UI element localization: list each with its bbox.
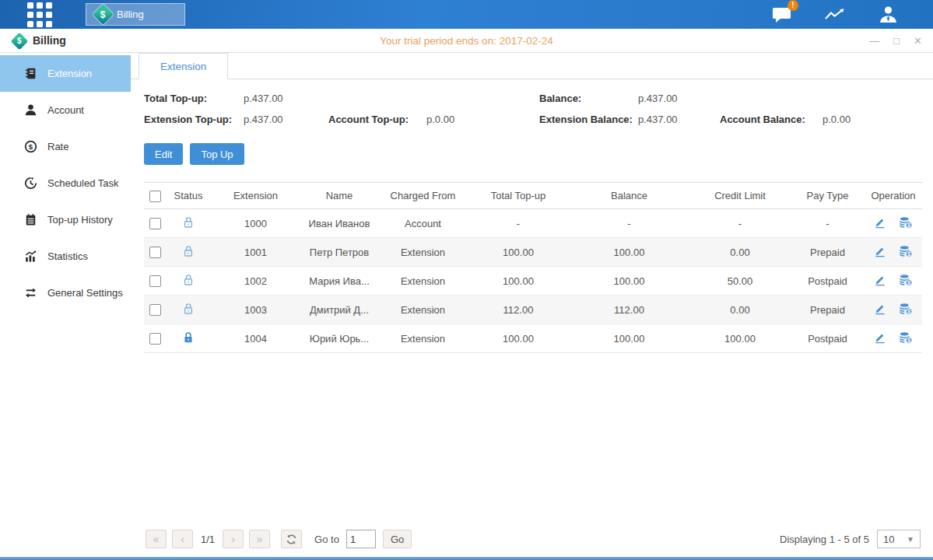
cell-extension: 1000 xyxy=(211,209,300,238)
column-header-extension[interactable]: Extension xyxy=(211,183,300,209)
first-page-icon[interactable]: « xyxy=(146,530,167,548)
account-balance-label: Account Balance: xyxy=(720,114,823,125)
cell-operation: $ xyxy=(865,267,922,296)
cell-name: Иван Иванов xyxy=(300,209,378,238)
taskbar-tab-billing[interactable]: $ Billing xyxy=(86,3,185,26)
table-row: 1000Иван ИвановAccount----$ xyxy=(144,209,922,238)
edit-icon[interactable] xyxy=(874,303,886,315)
cell-charged-from: Account xyxy=(378,209,468,238)
topup-icon[interactable]: $ xyxy=(899,245,913,257)
sidebar-item-account[interactable]: Account xyxy=(0,92,131,128)
refresh-icon[interactable] xyxy=(281,530,302,548)
cell-balance: 112.00 xyxy=(569,296,689,324)
svg-text:$: $ xyxy=(907,308,910,314)
sidebar-item-label: Top-up History xyxy=(47,214,113,226)
edit-icon[interactable] xyxy=(874,331,886,344)
cell-balance: 100.00 xyxy=(569,238,689,267)
topup-icon[interactable]: $ xyxy=(899,303,913,315)
column-header-operation[interactable]: Operation xyxy=(865,183,922,209)
user-account-icon[interactable] xyxy=(877,5,899,25)
cell-operation: $ xyxy=(865,324,922,353)
go-button[interactable]: Go xyxy=(383,530,412,548)
sidebar-item-top-up-history[interactable]: Top-up History xyxy=(0,201,131,238)
edit-button[interactable]: Edit xyxy=(144,143,183,165)
notification-badge: ! xyxy=(787,0,798,11)
cell-operation: $ xyxy=(865,238,922,267)
lock-closed-icon[interactable] xyxy=(182,331,195,344)
extension-balance-value: p.437.00 xyxy=(638,114,720,125)
column-header-total-top-up[interactable]: Total Top-up xyxy=(468,183,569,209)
goto-page-input[interactable] xyxy=(346,530,376,548)
cell-operation: $ xyxy=(865,296,922,324)
monitor-chart-icon[interactable] xyxy=(824,5,846,25)
lock-open-icon[interactable] xyxy=(182,245,195,257)
cell-name: Юрий Юрь... xyxy=(300,324,378,353)
sidebar-item-extension[interactable]: Extension xyxy=(0,55,131,92)
extensions-table: StatusExtensionNameCharged FromTotal Top… xyxy=(144,182,922,353)
row-checkbox[interactable] xyxy=(149,218,161,229)
sidebar-item-label: Rate xyxy=(47,141,68,152)
svg-text:$: $ xyxy=(907,337,910,343)
previous-page-icon[interactable]: ‹ xyxy=(172,530,193,548)
lock-open-icon[interactable] xyxy=(182,216,195,229)
column-header-pay-type[interactable]: Pay Type xyxy=(791,183,865,209)
sidebar-item-general-settings[interactable]: General Settings xyxy=(0,275,131,311)
page-size-value: 10 xyxy=(883,534,894,545)
sidebar-item-scheduled-task[interactable]: Scheduled Task xyxy=(0,165,131,201)
tabbar: Extension xyxy=(131,53,933,79)
topup-icon[interactable]: $ xyxy=(899,331,913,344)
last-page-icon[interactable]: » xyxy=(249,530,270,548)
column-header-charged-from[interactable]: Charged From xyxy=(378,183,468,209)
svg-text:$: $ xyxy=(907,279,910,285)
close-icon[interactable]: ✕ xyxy=(914,36,922,46)
cell-pay-type: Postpaid xyxy=(791,324,865,353)
row-checkbox[interactable] xyxy=(149,304,161,316)
cell-credit-limit: 0.00 xyxy=(689,238,791,267)
tab-extension[interactable]: Extension xyxy=(139,53,228,79)
cell-balance: 100.00 xyxy=(569,267,689,296)
billing-summary: Total Top-up: p.437.00 Balance: p.437.00… xyxy=(144,93,922,125)
svg-text:$: $ xyxy=(29,142,33,151)
minimize-icon[interactable]: — xyxy=(869,36,879,46)
column-header-status[interactable]: Status xyxy=(166,183,211,209)
row-checkbox[interactable] xyxy=(149,247,161,258)
topup-history-icon xyxy=(24,213,37,226)
column-header-name[interactable]: Name xyxy=(300,183,378,209)
cell-charged-from: Extension xyxy=(378,267,468,296)
edit-icon[interactable] xyxy=(874,274,886,286)
scheduled-task-icon xyxy=(24,177,37,190)
top-up-button[interactable]: Top Up xyxy=(190,143,244,165)
messages-icon[interactable]: ! xyxy=(771,5,793,25)
cell-total-topup: 100.00 xyxy=(468,324,569,353)
row-select-cell xyxy=(144,324,166,353)
sidebar-item-rate[interactable]: $Rate xyxy=(0,128,131,165)
window-title-group: $ Billing xyxy=(11,33,66,47)
edit-icon[interactable] xyxy=(874,216,886,229)
lock-open-icon[interactable] xyxy=(182,303,195,315)
row-select-cell xyxy=(144,238,166,267)
operation-icons: $ xyxy=(874,245,913,257)
table-header-row: StatusExtensionNameCharged FromTotal Top… xyxy=(144,183,922,209)
row-checkbox[interactable] xyxy=(149,333,161,345)
extension-icon xyxy=(24,67,37,80)
topup-icon[interactable]: $ xyxy=(899,216,913,229)
topup-icon[interactable]: $ xyxy=(899,274,913,286)
edit-icon[interactable] xyxy=(874,245,886,257)
maximize-icon[interactable]: □ xyxy=(893,36,900,46)
select-all-checkbox[interactable] xyxy=(149,191,161,202)
operation-icons: $ xyxy=(874,303,913,315)
cell-status xyxy=(166,324,211,353)
sidebar: ExtensionAccount$RateScheduled TaskTop-u… xyxy=(0,53,131,557)
next-page-icon[interactable]: › xyxy=(223,530,244,548)
sidebar-item-statistics[interactable]: Statistics xyxy=(0,238,131,275)
column-header-balance[interactable]: Balance xyxy=(569,183,689,209)
lock-open-icon[interactable] xyxy=(182,274,195,286)
table-row: 1002Мария Ива...Extension100.00100.0050.… xyxy=(144,267,922,296)
cell-operation: $ xyxy=(865,209,922,238)
app-launcher-icon[interactable] xyxy=(27,2,52,27)
column-header-credit-limit[interactable]: Credit Limit xyxy=(689,183,791,209)
cell-charged-from: Extension xyxy=(378,238,468,267)
total-topup-value: p.437.00 xyxy=(244,93,328,104)
page-size-select[interactable]: 10 ▼ xyxy=(877,530,921,548)
row-checkbox[interactable] xyxy=(149,275,161,287)
